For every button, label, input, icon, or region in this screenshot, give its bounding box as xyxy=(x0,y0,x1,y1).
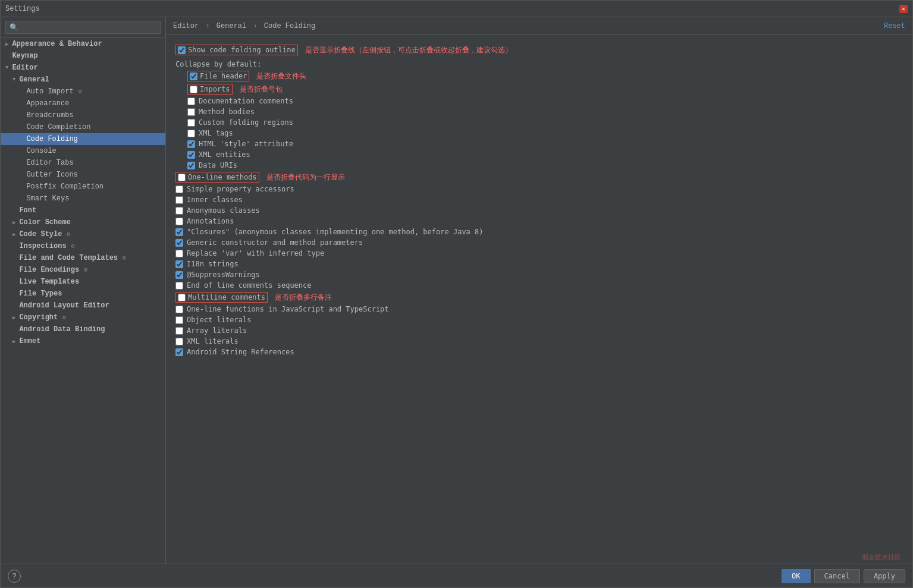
sidebar-item-gutter-icons[interactable]: Gutter Icons xyxy=(1,169,165,181)
sidebar-item-android-layout-editor[interactable]: Android Layout Editor xyxy=(1,300,165,312)
sidebar-item-live-templates[interactable]: Live Templates xyxy=(1,276,165,288)
settings-gear-icon[interactable]: ⚙ xyxy=(71,243,75,250)
close-icon: ✕ xyxy=(902,5,905,12)
cancel-button[interactable]: Cancel xyxy=(814,569,860,583)
label-doc-comments: Documentation comments xyxy=(199,97,293,105)
sidebar-item-postfix-completion[interactable]: Postfix Completion xyxy=(1,181,165,193)
sidebar-item-editor[interactable]: ▼Editor xyxy=(1,62,165,74)
checkbox-file-header[interactable] xyxy=(190,73,197,80)
checkbox-array-literals[interactable] xyxy=(175,327,183,335)
sidebar-item-file-types[interactable]: File Types xyxy=(1,288,165,300)
breadcrumb: Editor › General › Code Folding xyxy=(173,22,315,30)
tree-arrow-placeholder xyxy=(12,291,15,297)
settings-gear-icon[interactable]: ⚙ xyxy=(79,88,82,95)
sidebar-item-android-data-binding[interactable]: Android Data Binding xyxy=(1,323,165,335)
settings-gear-icon[interactable]: ⚙ xyxy=(84,266,87,273)
checkbox-xml-tags[interactable] xyxy=(187,130,195,137)
sidebar-item-file-code-templates[interactable]: File and Code Templates⚙ xyxy=(1,252,165,264)
checkbox-xml-entities[interactable] xyxy=(187,151,195,159)
sidebar-item-console[interactable]: Console xyxy=(1,145,165,157)
checkbox-html-style[interactable] xyxy=(187,140,195,148)
setting-row-replace-var: Replace 'var' with inferred type xyxy=(175,249,903,257)
label-i18n-strings: I18n strings xyxy=(187,260,239,268)
sidebar-item-copyright[interactable]: ▶Copyright⚙ xyxy=(1,312,165,323)
checkbox-one-line-methods[interactable] xyxy=(178,174,186,181)
sidebar-item-inspections[interactable]: Inspections⚙ xyxy=(1,240,165,252)
sidebar-item-label: Code Style xyxy=(19,230,62,238)
checkbox-method-bodies[interactable] xyxy=(187,108,195,116)
checkbox-i18n-strings[interactable] xyxy=(175,260,183,268)
setting-row-suppress-warnings: @SuppressWarnings xyxy=(175,271,903,279)
breadcrumb-part: General xyxy=(217,22,246,30)
ok-button[interactable]: OK xyxy=(782,569,810,583)
show-code-folding-outline-checkbox[interactable] xyxy=(178,46,186,54)
annotation-imports: 是否折叠号包 xyxy=(240,84,283,95)
checkbox-simple-property[interactable] xyxy=(175,185,183,193)
bottom-bar: ? OK Cancel Apply xyxy=(1,564,912,587)
checkbox-oneline-js[interactable] xyxy=(175,306,183,313)
setting-row-file-header: File header是否折叠文件头 xyxy=(187,71,903,81)
reset-link[interactable]: Reset xyxy=(884,22,905,30)
checkbox-xml-literals[interactable] xyxy=(175,338,183,345)
setting-row-imports: Imports是否折叠号包 xyxy=(187,84,903,95)
label-one-line-methods: One-line methods xyxy=(188,173,257,181)
sidebar-item-appearance[interactable]: Appearance xyxy=(1,98,165,109)
tree-arrow-placeholder xyxy=(12,303,15,309)
main-content: ▶Appearance & Behavior Keymap▼Editor▼Gen… xyxy=(1,17,912,564)
label-object-literals: Object literals xyxy=(187,316,251,324)
sidebar-item-general[interactable]: ▼General xyxy=(1,74,165,86)
checkbox-suppress-warnings[interactable] xyxy=(175,271,183,279)
checkbox-doc-comments[interactable] xyxy=(187,98,195,105)
settings-gear-icon[interactable]: ⚙ xyxy=(67,231,70,238)
sidebar-item-label: Code Folding xyxy=(26,135,77,143)
sidebar-item-file-encodings[interactable]: File Encodings⚙ xyxy=(1,264,165,276)
sidebar-item-appearance-behavior[interactable]: ▶Appearance & Behavior xyxy=(1,38,165,50)
checkbox-replace-var[interactable] xyxy=(175,250,183,257)
sidebar-item-auto-import[interactable]: Auto Import⚙ xyxy=(1,86,165,98)
sidebar-item-breadcrumbs[interactable]: Breadcrumbs xyxy=(1,109,165,121)
sidebar-item-label: Color Scheme xyxy=(19,218,70,227)
checkbox-generic-constructor[interactable] xyxy=(175,239,183,247)
search-box xyxy=(1,17,165,38)
setting-row-anonymous-classes: Anonymous classes xyxy=(175,206,903,215)
sidebar-item-emmet[interactable]: ▶Emmet xyxy=(1,335,165,347)
sidebar-item-font[interactable]: Font xyxy=(1,205,165,216)
search-input[interactable] xyxy=(5,21,161,34)
settings-content: Show code folding outline是否显示折叠线（左侧按钮，可点… xyxy=(166,35,912,564)
sidebar-item-label: File Encodings xyxy=(19,266,79,274)
sidebar-item-editor-tabs[interactable]: Editor Tabs xyxy=(1,157,165,169)
help-button[interactable]: ? xyxy=(8,570,21,583)
close-button[interactable]: ✕ xyxy=(899,5,908,13)
checkbox-closures[interactable] xyxy=(175,228,183,236)
checkbox-custom-folding[interactable] xyxy=(187,119,195,127)
sidebar-item-label: Appearance xyxy=(26,99,69,108)
tree-arrow-icon: ▶ xyxy=(5,41,8,48)
apply-button[interactable]: Apply xyxy=(864,569,905,583)
checkbox-annotations[interactable] xyxy=(175,218,183,225)
setting-row-xml-entities: XML entities xyxy=(187,150,903,159)
checkbox-data-uris[interactable] xyxy=(187,162,195,169)
checkbox-anonymous-classes[interactable] xyxy=(175,207,183,215)
sidebar-item-code-style[interactable]: ▶Code Style⚙ xyxy=(1,228,165,240)
sidebar-item-smart-keys[interactable]: Smart Keys xyxy=(1,193,165,205)
settings-gear-icon[interactable]: ⚙ xyxy=(62,314,66,321)
label-closures: "Closures" (anonymous classes implementi… xyxy=(187,228,484,236)
label-end-of-line: End of line comments sequence xyxy=(187,281,312,290)
annotation-file-header: 是否折叠文件头 xyxy=(256,71,306,81)
bottom-left: ? xyxy=(8,570,21,583)
sidebar-item-keymap[interactable]: Keymap xyxy=(1,50,165,62)
sidebar-item-code-folding[interactable]: Code Folding xyxy=(1,133,165,145)
sidebar-item-code-completion[interactable]: Code Completion xyxy=(1,121,165,133)
settings-gear-icon[interactable]: ⚙ xyxy=(123,254,126,262)
checkbox-imports[interactable] xyxy=(190,86,197,93)
tree-arrow-placeholder xyxy=(5,53,8,59)
checkbox-object-literals[interactable] xyxy=(175,316,183,324)
checkbox-end-of-line[interactable] xyxy=(175,282,183,290)
checkbox-multiline-comments[interactable] xyxy=(178,294,186,301)
tree-arrow-icon: ▼ xyxy=(5,65,8,71)
sidebar-item-label: Emmet xyxy=(19,337,40,345)
setting-row-object-literals: Object literals xyxy=(175,316,903,324)
checkbox-android-string-refs[interactable] xyxy=(175,348,183,356)
checkbox-inner-classes[interactable] xyxy=(175,196,183,204)
sidebar-item-color-scheme[interactable]: ▶Color Scheme xyxy=(1,216,165,228)
